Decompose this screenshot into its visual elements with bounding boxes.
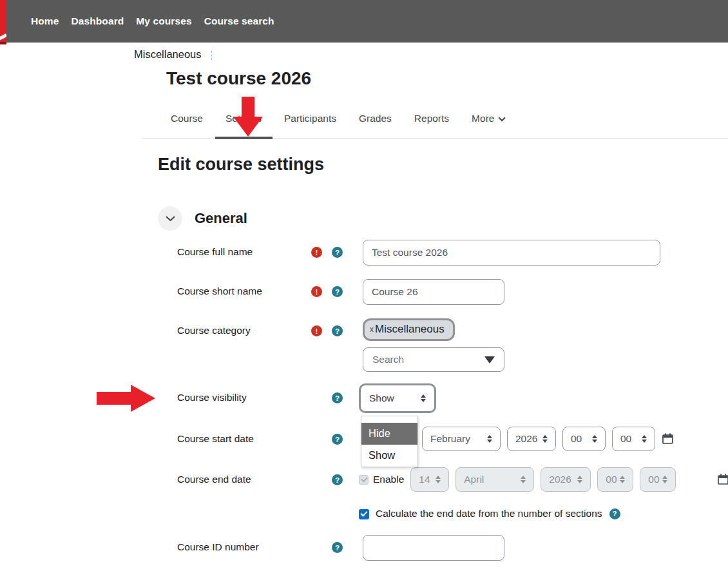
- select-arrows-icon: [421, 394, 426, 402]
- row-course-start-date: Course start date ? February 2026 00: [158, 427, 728, 451]
- help-icon[interactable]: ?: [332, 286, 343, 297]
- help-icon[interactable]: ?: [332, 392, 343, 403]
- tab-reports[interactable]: Reports: [414, 102, 449, 138]
- required-icon: !: [311, 325, 322, 336]
- select-arrows-icon: [642, 435, 647, 443]
- course-start-date-label: Course start date: [177, 427, 311, 445]
- course-end-date-label: Course end date: [177, 467, 311, 485]
- enable-checkbox-disabled[interactable]: [359, 475, 369, 485]
- course-short-name-input[interactable]: [363, 279, 504, 305]
- enable-label: Enable: [373, 467, 404, 485]
- row-course-visibility: Course visibility ? Show Hide Show: [158, 383, 728, 413]
- required-icon: !: [311, 286, 322, 297]
- icon-spacer: [311, 392, 322, 403]
- row-course-short-name: Course short name ! ?: [158, 279, 728, 305]
- end-month-select: April: [455, 467, 534, 492]
- calc-end-date-label: Calculate the end date from the number o…: [376, 508, 602, 519]
- course-id-number-label: Course ID number: [177, 535, 311, 553]
- course-full-name-label: Course full name: [177, 240, 311, 258]
- start-hour-select[interactable]: 00: [562, 427, 606, 451]
- top-navigation: Home Dashboard My courses Course search: [0, 0, 728, 43]
- start-year-select[interactable]: 2026: [507, 427, 556, 451]
- course-visibility-value: Show: [369, 392, 394, 404]
- icon-spacer: [311, 542, 322, 553]
- icon-spacer: [311, 434, 322, 445]
- remove-tag-icon[interactable]: x: [370, 325, 374, 334]
- required-icon: !: [311, 247, 322, 258]
- nav-item-my-courses[interactable]: My courses: [136, 15, 191, 27]
- course-category-label: Course category: [177, 318, 311, 336]
- course-short-name-label: Course short name: [177, 279, 311, 297]
- help-icon[interactable]: ?: [332, 434, 343, 445]
- start-month-select[interactable]: February: [422, 427, 501, 451]
- tab-course[interactable]: Course: [171, 102, 203, 138]
- chevron-down-icon: [499, 114, 506, 121]
- page-title: Test course 2026: [166, 68, 728, 89]
- settings-form-region: Edit course settings General Course full…: [158, 155, 728, 561]
- start-minute-select[interactable]: 00: [612, 427, 655, 451]
- select-arrows-icon: [592, 435, 597, 443]
- icon-spacer: [311, 508, 322, 519]
- collapse-section-button[interactable]: [158, 206, 182, 231]
- annotation-arrow-down: [242, 97, 254, 117]
- end-year-select: 2026: [541, 467, 591, 492]
- nav-item-course-search[interactable]: Course search: [204, 15, 274, 27]
- text-cursor-mark: [211, 51, 212, 60]
- select-arrows-icon: [521, 476, 526, 483]
- annotation-arrow-down-head: [233, 117, 263, 137]
- icon-spacer: [311, 474, 322, 485]
- category-tag[interactable]: x Miscellaneous: [363, 318, 455, 341]
- help-icon[interactable]: ?: [332, 542, 343, 553]
- end-day-select: 14: [410, 467, 449, 492]
- dropdown-option-show[interactable]: Show: [361, 445, 417, 467]
- help-icon[interactable]: ?: [332, 474, 343, 485]
- form-heading: Edit course settings: [158, 155, 728, 175]
- tab-grades[interactable]: Grades: [359, 102, 392, 138]
- select-arrows-icon: [620, 476, 625, 483]
- help-icon[interactable]: ?: [332, 247, 343, 258]
- chevron-down-icon: [166, 216, 175, 222]
- calendar-icon[interactable]: [662, 432, 674, 447]
- row-course-full-name: Course full name ! ?: [158, 240, 728, 266]
- select-arrows-icon: [487, 435, 492, 443]
- tab-participants[interactable]: Participants: [284, 102, 336, 138]
- row-course-id-number: Course ID number ?: [158, 535, 728, 561]
- course-id-number-input[interactable]: [363, 535, 504, 561]
- select-arrows-icon: [542, 435, 548, 443]
- row-calc-end-date: Calculate the end date from the number o…: [158, 507, 728, 519]
- calendar-icon[interactable]: [717, 473, 728, 488]
- label-spacer: [177, 510, 311, 517]
- category-search-select[interactable]: Search: [363, 347, 504, 372]
- course-full-name-input[interactable]: [363, 240, 660, 266]
- select-arrows-icon: [662, 476, 667, 483]
- triangle-down-icon: [484, 356, 495, 363]
- section-general-header: General: [158, 206, 728, 231]
- section-general-title: General: [195, 210, 247, 227]
- course-visibility-label: Course visibility: [177, 383, 311, 403]
- visibility-dropdown-menu: Hide Show: [361, 416, 418, 467]
- row-course-category: Course category ! ? x Miscellaneous Sear…: [158, 318, 728, 372]
- help-icon[interactable]: ?: [332, 325, 343, 336]
- select-arrows-icon: [436, 476, 441, 483]
- calc-end-date-checkbox[interactable]: [359, 509, 369, 519]
- category-search-placeholder: Search: [372, 354, 404, 365]
- nav-item-dashboard[interactable]: Dashboard: [71, 15, 124, 27]
- course-visibility-select[interactable]: Show: [359, 383, 436, 413]
- end-hour-select: 00: [597, 467, 633, 492]
- breadcrumb-category-link[interactable]: Miscellaneous: [134, 48, 202, 61]
- site-logo[interactable]: [0, 0, 6, 44]
- course-tabbar: Course Settings Participants Grades Repo…: [142, 102, 728, 139]
- select-arrows-icon: [577, 476, 582, 483]
- category-tag-label: Miscellaneous: [375, 323, 445, 336]
- nav-item-home[interactable]: Home: [31, 15, 59, 27]
- breadcrumb: Miscellaneous: [134, 48, 728, 61]
- end-minute-select: 00: [640, 467, 676, 492]
- help-icon[interactable]: ?: [609, 508, 620, 519]
- dropdown-option-hide[interactable]: Hide: [361, 423, 417, 445]
- annotation-arrow-right: [97, 385, 155, 412]
- tab-more[interactable]: More: [472, 102, 503, 138]
- row-course-end-date: Course end date ? Enable 14 April 2026: [158, 467, 728, 492]
